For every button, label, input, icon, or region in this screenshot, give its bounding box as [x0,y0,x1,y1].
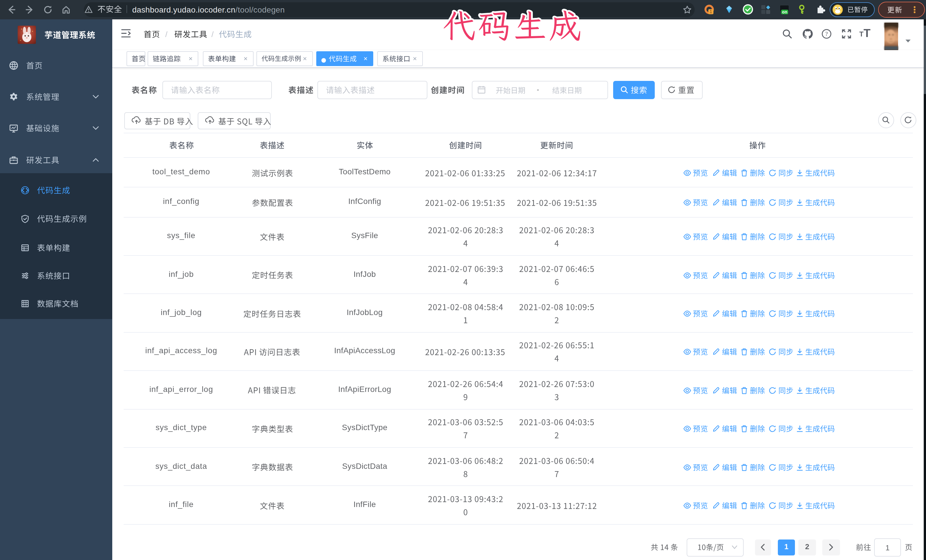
svg-text:1: 1 [710,9,712,14]
svg-text:?: ? [825,30,828,37]
svg-text:on: on [782,9,787,14]
